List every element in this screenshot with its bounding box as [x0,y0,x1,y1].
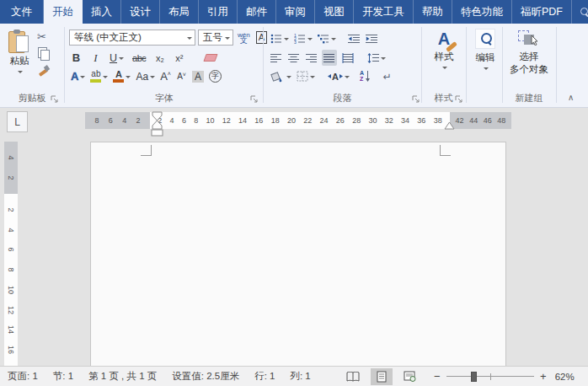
line-spacing-button[interactable] [366,50,388,66]
chevron-down-icon [103,76,108,81]
shading-button[interactable] [269,68,293,84]
italic-button[interactable]: I [88,50,103,66]
web-layout-button[interactable] [399,368,421,385]
select-objects-icon [518,29,540,49]
ribbon-tab[interactable]: 视图 [315,0,354,24]
status-item[interactable]: 第 1 页 , 共 1 页 [81,370,164,383]
zoom-in-button[interactable]: + [539,370,548,383]
print-layout-button[interactable] [371,368,393,385]
ribbon-tab[interactable]: 插入 [83,0,121,24]
clear-formatting-button[interactable] [203,50,218,66]
zoom-slider-handle[interactable] [471,372,477,382]
select-objects-label1: 选择 [520,51,539,63]
ribbon-tab[interactable]: 引用 [199,0,238,24]
zoom-out-button[interactable]: − [433,370,441,383]
borders-button[interactable] [295,68,317,84]
ribbon-tab[interactable]: 特色功能 [452,0,512,24]
editing-label: 编辑 [476,51,495,64]
status-item[interactable]: 行: 1 [247,370,282,383]
ribbon-tab[interactable]: 开始 [44,0,83,24]
ribbon-tab[interactable]: 布局 [160,0,199,24]
format-painter-button[interactable] [38,64,50,76]
tab-file[interactable]: 文件 [0,0,44,24]
chevron-down-icon [310,76,315,81]
chevron-down-icon [442,67,447,72]
increase-indent-button[interactable] [364,30,380,46]
justify-button[interactable] [322,50,337,66]
status-item[interactable]: 列: 1 [282,370,318,383]
highlight-button[interactable]: ab [88,68,110,84]
select-objects-button[interactable]: 选择 多个对象 [508,29,550,76]
clipboard-dialog-launcher[interactable] [51,95,59,104]
character-shading-button[interactable]: A [190,68,206,84]
first-line-indent-marker[interactable] [152,112,162,121]
read-mode-button[interactable] [342,368,364,385]
tab-stop-selector[interactable]: L [7,111,28,132]
document-page[interactable] [90,142,506,366]
multilevel-list-button[interactable] [316,30,338,46]
paste-button[interactable]: 粘贴 [5,29,34,76]
font-size-value: 五号 [203,31,222,44]
ribbon-tab[interactable]: 邮件 [238,0,276,24]
tell-me[interactable]: 告诉我 [572,0,588,24]
align-left-button[interactable] [269,50,284,66]
numbering-button[interactable]: 123 [292,30,314,46]
styles-dialog-launcher[interactable] [455,95,463,104]
zoom-percentage[interactable]: 62% [553,372,581,382]
text-effects-button[interactable]: A [69,68,87,84]
ribbon: 粘贴 ✂ 剪贴板 等线 (中文正文) [0,24,588,108]
status-item[interactable]: 页面: 1 [0,370,45,383]
tab-strip: 开始插入设计布局引用邮件审阅视图开发工具帮助特色功能福昕PDF [44,0,572,24]
font-name-combo[interactable]: 等线 (中文正文) [69,29,195,46]
editing-button[interactable]: 编辑 [473,29,498,72]
status-item[interactable]: 设置值: 2.5厘米 [164,370,247,383]
left-indent-marker[interactable] [152,130,163,136]
ribbon-tab[interactable]: 开发工具 [354,0,414,24]
strikethrough-button[interactable]: abc [131,50,147,66]
copy-button[interactable] [38,47,49,59]
change-case-button[interactable]: Aa [134,68,157,84]
select-objects-label2: 多个对象 [510,63,548,76]
view-switcher [342,368,421,385]
zoom-slider[interactable] [446,371,534,383]
underline-button[interactable]: U [108,50,126,66]
superscript-button[interactable]: x² [172,50,186,66]
align-center-button[interactable] [286,50,302,66]
text-effects-icon: A [71,70,78,83]
hanging-indent-marker[interactable] [152,121,162,129]
styles-button[interactable]: A 样式 [428,29,460,72]
ruler-number: 8 [7,268,15,272]
copy-icon [38,47,49,59]
phonetic-guide-button[interactable]: wén 文 [236,29,252,46]
ribbon-tab[interactable]: 帮助 [414,0,452,24]
align-right-button[interactable] [304,50,319,66]
enclose-character-button[interactable]: 字 [207,68,223,84]
ruler-number: 4 [7,155,15,159]
bullets-button[interactable] [269,30,291,46]
ribbon-tab[interactable]: 福昕PDF [512,0,572,24]
right-indent-marker[interactable] [445,122,454,129]
shrink-font-button[interactable]: A˅ [174,68,189,84]
font-dialog-launcher[interactable] [250,95,259,104]
subscript-button[interactable]: x₂ [152,50,167,66]
chevron-down-icon [284,38,289,43]
font-color-icon: A [113,70,124,83]
distribute-button[interactable] [339,50,356,66]
font-color-button[interactable]: A [111,68,132,84]
chevron-down-icon [126,76,131,81]
bold-button[interactable]: B [69,50,83,66]
asian-layout-button[interactable]: A [326,68,351,84]
ribbon-tab[interactable]: 设计 [121,0,160,24]
grow-font-button[interactable]: A˄ [158,68,173,84]
ribbon-tab[interactable]: 审阅 [276,0,315,24]
ruler-number: 2 [7,207,15,212]
decrease-indent-button[interactable] [346,30,362,46]
show-hide-marks-button[interactable]: ↵ [380,68,394,84]
paragraph-dialog-launcher[interactable] [412,95,420,104]
chevron-down-icon [381,57,386,62]
status-item[interactable]: 节: 1 [45,370,81,383]
font-size-combo[interactable]: 五号 [198,29,233,46]
cut-button[interactable]: ✂ [37,30,46,43]
collapse-ribbon-button[interactable]: ∧ [568,93,574,102]
sort-button[interactable]: A Z [358,68,372,84]
